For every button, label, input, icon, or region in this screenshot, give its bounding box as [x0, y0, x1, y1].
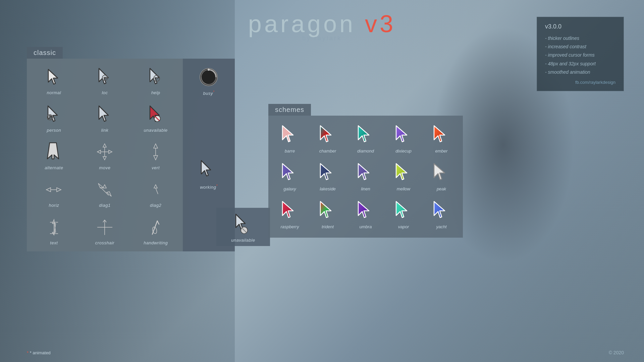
svg-marker-62: [282, 201, 293, 218]
svg-marker-61: [434, 164, 445, 180]
cursor-person-icon: [42, 103, 66, 126]
svg-marker-54: [358, 126, 369, 142]
cursor-crosshair-icon: [93, 216, 116, 239]
svg-point-47: [208, 69, 210, 71]
feature-5: - smoothed animation: [545, 68, 615, 76]
cursor-move-icon: [93, 140, 116, 164]
svg-marker-17: [97, 150, 101, 154]
footer-copyright: © 2020: [609, 350, 624, 355]
scheme-raspberry-icon: [278, 199, 302, 223]
scheme-diamond: diamond: [347, 121, 384, 155]
svg-marker-56: [434, 126, 445, 142]
cursor-diag1-icon: [93, 178, 116, 201]
svg-marker-22: [154, 156, 158, 160]
animated-asterisk: *: [27, 350, 29, 355]
svg-marker-59: [358, 164, 369, 180]
schemes-panel: schemes barre: [268, 104, 463, 238]
footer-animated: * * animated: [27, 350, 51, 355]
cursor-horiz-icon: [42, 178, 66, 201]
svg-point-9: [49, 115, 51, 117]
version-box: v3.0.0 - thicker outlines - increased co…: [537, 17, 624, 91]
cursor-diag2-label: diag2: [150, 203, 161, 208]
cursor-busy-label: busy*: [203, 90, 215, 96]
scheme-yacht-label: yacht: [436, 224, 446, 229]
svg-marker-7: [48, 106, 57, 121]
cursor-unavailable-icon: [144, 103, 167, 126]
svg-marker-48: [201, 161, 211, 176]
cursor-unavail-bottom-label: unavailable: [231, 238, 255, 243]
cursor-help-label: help: [151, 90, 160, 95]
cursor-help-icon: ?: [144, 65, 167, 89]
cursor-working-label: working*: [200, 184, 218, 190]
cursor-link-label: link: [101, 128, 109, 133]
svg-marker-0: [48, 69, 58, 84]
scheme-vapor-icon: [392, 199, 415, 223]
scheme-mellow-icon: [392, 161, 415, 185]
cursor-vert-label: vert: [152, 165, 160, 170]
svg-marker-29: [103, 185, 106, 188]
cursor-person: person: [29, 100, 79, 135]
header: paragon v3 by raylark: [248, 10, 396, 42]
unavail-bottom-panel: unavailable: [216, 208, 270, 246]
scheme-dixiecup: dixiecup: [385, 121, 422, 155]
cursor-diag2: diag2: [130, 175, 181, 210]
working-animated: *: [216, 184, 217, 188]
scheme-vapor-label: vapor: [398, 224, 409, 229]
svg-line-43: [157, 221, 159, 224]
animated-text: * animated: [30, 350, 51, 355]
scheme-linen: linen: [347, 159, 384, 193]
svg-marker-10: [99, 106, 108, 121]
cursor-handwriting-icon: [144, 216, 167, 239]
version-number: v3.0.0: [545, 23, 615, 30]
scheme-chamber: chamber: [310, 121, 346, 155]
cursor-busy: busy*: [184, 62, 233, 154]
scheme-ember-icon: [430, 123, 453, 147]
scheme-diamond-icon: [354, 123, 377, 147]
scheme-lakeside: lakeside: [310, 159, 346, 193]
cursor-normal: normal: [29, 62, 79, 98]
feature-2: - increased contrast: [545, 43, 615, 51]
feature-1: - thicker outlines: [545, 34, 615, 43]
scheme-raspberry-label: raspberry: [281, 224, 299, 229]
svg-line-33: [156, 188, 158, 194]
scheme-trident: trident: [310, 196, 346, 231]
svg-marker-65: [396, 201, 407, 218]
scheme-lakeside-icon: [316, 161, 339, 185]
scheme-mellow-label: mellow: [397, 186, 410, 191]
cursor-vert-icon: [144, 140, 167, 164]
cursor-working-icon: [197, 159, 221, 183]
scheme-peak-label: peak: [437, 186, 446, 191]
scheme-galaxy: galaxy: [272, 159, 308, 193]
cursor-horiz-label: horiz: [49, 203, 59, 208]
cursor-unavail-bottom-icon: [231, 213, 255, 236]
svg-marker-53: [320, 126, 331, 142]
scheme-peak: peak: [423, 159, 460, 193]
cursor-link-icon: [93, 103, 116, 126]
cursor-vert: vert: [130, 137, 181, 173]
classic-left-grid: normal loc ?: [27, 59, 183, 251]
scheme-barre: barre: [272, 121, 308, 155]
title: paragon v3: [248, 10, 396, 38]
svg-marker-63: [320, 201, 331, 218]
busy-animated: *: [213, 90, 214, 94]
scheme-chamber-icon: [316, 123, 339, 147]
scheme-yacht-icon: [430, 199, 453, 223]
title-v3: v3: [365, 10, 396, 37]
version-link: fb.com/raylarkdesign: [545, 80, 615, 85]
classic-panel: classic normal: [27, 47, 235, 251]
cursor-handwriting: handwriting: [130, 212, 181, 248]
scheme-galaxy-icon: [278, 161, 302, 185]
cursor-horiz: horiz: [29, 175, 79, 210]
scheme-trident-label: trident: [322, 224, 334, 229]
cursor-normal-icon: [42, 65, 66, 89]
scheme-umbra: umbra: [347, 196, 384, 231]
scheme-chamber-label: chamber: [319, 148, 336, 154]
schemes-grid: barre chamber: [268, 116, 463, 238]
scheme-umbra-icon: [354, 199, 377, 223]
scheme-barre-icon: [278, 123, 302, 147]
scheme-trident-icon: [316, 199, 339, 223]
cursor-busy-icon: [197, 65, 221, 89]
cursor-alternate: alternate: [29, 137, 79, 173]
cursor-diag2-icon: [144, 178, 167, 201]
cursor-crosshair: crosshair: [79, 212, 130, 248]
